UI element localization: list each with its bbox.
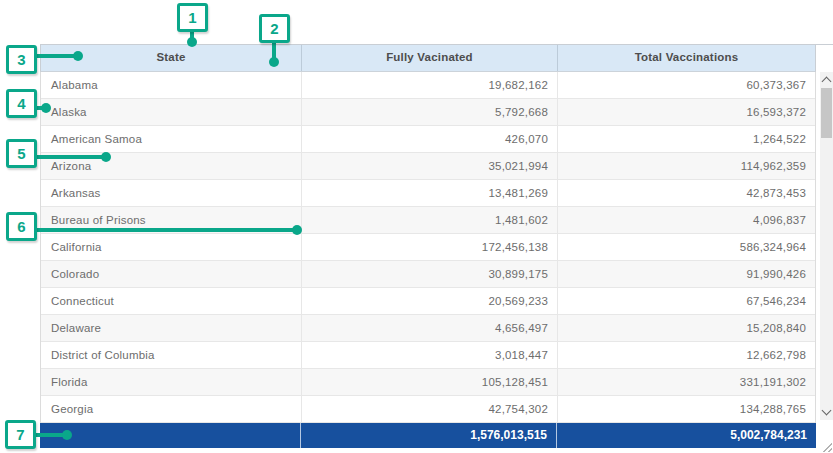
table-row-arizona[interactable]: Arizona 35,021,994 114,962,359: [41, 153, 815, 180]
cell-fully-vaccinated: 20,569,233: [302, 288, 558, 314]
cell-state: Florida: [41, 369, 302, 395]
callout-3-dot: [73, 51, 83, 61]
cell-total-vaccinations: 42,873,453: [558, 180, 815, 206]
callout-3-stem: [37, 54, 78, 58]
cell-total-vaccinations: 15,208,840: [558, 315, 815, 341]
cell-state: Connecticut: [41, 288, 302, 314]
annotation-callout-4: 4: [6, 89, 37, 118]
cell-total-vaccinations: 60,373,367: [558, 72, 815, 98]
table-row-alaska[interactable]: Alaska 5,792,668 16,593,372: [41, 99, 815, 126]
table-row-connecticut[interactable]: Connecticut 20,569,233 67,546,234: [41, 288, 815, 315]
callout-4-dot: [41, 103, 51, 113]
callout-5-dot: [101, 152, 111, 162]
scroll-thumb[interactable]: [821, 88, 832, 138]
table-row-georgia[interactable]: Georgia 42,754,302 134,288,765: [41, 396, 815, 423]
annotation-callout-6: 6: [6, 212, 37, 241]
scroll-up-button[interactable]: [820, 72, 833, 88]
table-row-alabama[interactable]: Alabama 19,682,162 60,373,367: [41, 72, 815, 99]
cell-state: California: [41, 234, 302, 260]
cell-total-vaccinations: 12,662,798: [558, 342, 815, 368]
cell-state: Colorado: [41, 261, 302, 287]
chevron-up-icon: [822, 77, 832, 87]
column-header-fully-vaccinated[interactable]: Fully Vacinated: [302, 45, 558, 71]
table-row-delaware[interactable]: Delaware 4,656,497 15,208,840: [41, 315, 815, 342]
table-totals-row: 1,576,013,515 5,002,784,231: [40, 423, 816, 448]
callout-2-dot: [269, 57, 279, 67]
annotation-callout-5: 5: [6, 139, 37, 168]
cell-state: Georgia: [41, 396, 302, 422]
table-header-row: State Fully Vacinated Total Vaccinations: [40, 45, 816, 72]
cell-fully-vaccinated: 35,021,994: [302, 153, 558, 179]
table-row-american-samoa[interactable]: American Samoa 426,070 1,264,522: [41, 126, 815, 153]
cell-state: Alaska: [41, 99, 302, 125]
cell-state: Delaware: [41, 315, 302, 341]
screenshot-root: { "colors": { "annotation_green": "#0aa7…: [0, 0, 833, 453]
callout-5-stem: [37, 155, 106, 159]
cell-fully-vaccinated: 4,656,497: [302, 315, 558, 341]
cell-total-vaccinations: 4,096,837: [558, 207, 815, 233]
chevron-down-icon: [822, 406, 832, 416]
table-row-florida[interactable]: Florida 105,128,451 331,191,302: [41, 369, 815, 396]
cell-total-vaccinations: 67,546,234: [558, 288, 815, 314]
cell-total-vaccinations: 91,990,426: [558, 261, 815, 287]
callout-6-dot: [292, 225, 302, 235]
cell-total-vaccinations: 331,191,302: [558, 369, 815, 395]
table-row-district-of-columbia[interactable]: District of Columbia 3,018,447 12,662,79…: [41, 342, 815, 369]
cell-state: Arkansas: [41, 180, 302, 206]
totals-fully-vaccinated: 1,576,013,515: [301, 423, 557, 448]
callout-1-dot: [187, 37, 197, 47]
table-row-colorado[interactable]: Colorado 30,899,175 91,990,426: [41, 261, 815, 288]
annotation-callout-1: 1: [177, 3, 208, 32]
table-body: Alabama 19,682,162 60,373,367 Alaska 5,7…: [40, 72, 816, 423]
resize-grip-icon[interactable]: [822, 442, 832, 452]
callout-6-stem: [37, 228, 297, 232]
totals-state-cell: [40, 423, 301, 448]
cell-fully-vaccinated: 3,018,447: [302, 342, 558, 368]
cell-state: District of Columbia: [41, 342, 302, 368]
annotation-callout-7: 7: [5, 420, 36, 449]
column-header-total-vaccinations[interactable]: Total Vaccinations: [558, 45, 815, 71]
cell-state: American Samoa: [41, 126, 302, 152]
cell-fully-vaccinated: 30,899,175: [302, 261, 558, 287]
totals-total-vaccinations: 5,002,784,231: [557, 423, 816, 448]
cell-fully-vaccinated: 105,128,451: [302, 369, 558, 395]
cell-fully-vaccinated: 13,481,269: [302, 180, 558, 206]
cell-fully-vaccinated: 19,682,162: [302, 72, 558, 98]
cell-total-vaccinations: 134,288,765: [558, 396, 815, 422]
annotation-callout-2: 2: [259, 14, 290, 43]
table-scrollbar[interactable]: [820, 72, 833, 420]
table-row-arkansas[interactable]: Arkansas 13,481,269 42,873,453: [41, 180, 815, 207]
cell-fully-vaccinated: 426,070: [302, 126, 558, 152]
scroll-down-button[interactable]: [820, 404, 833, 420]
cell-total-vaccinations: 114,962,359: [558, 153, 815, 179]
cell-state: Alabama: [41, 72, 302, 98]
cell-fully-vaccinated: 42,754,302: [302, 396, 558, 422]
cell-total-vaccinations: 586,324,964: [558, 234, 815, 260]
cell-fully-vaccinated: 172,456,138: [302, 234, 558, 260]
cell-total-vaccinations: 1,264,522: [558, 126, 815, 152]
table-row-california[interactable]: California 172,456,138 586,324,964: [41, 234, 815, 261]
annotation-callout-3: 3: [6, 45, 37, 74]
cell-fully-vaccinated: 1,481,602: [302, 207, 558, 233]
cell-total-vaccinations: 16,593,372: [558, 99, 815, 125]
callout-7-dot: [62, 430, 72, 440]
cell-fully-vaccinated: 5,792,668: [302, 99, 558, 125]
